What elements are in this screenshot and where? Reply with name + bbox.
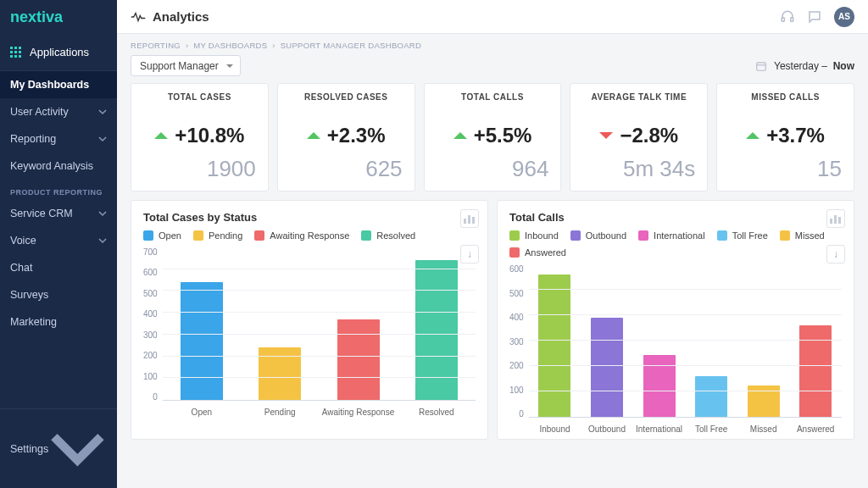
- chat-icon[interactable]: [807, 9, 822, 25]
- kpi-change: +3.7%: [766, 124, 825, 147]
- kpi-change: +2.3%: [327, 124, 386, 147]
- sidebar-item-voice[interactable]: Voice: [0, 227, 117, 254]
- x-axis: OpenPendingAwaiting ResponseResolved: [163, 401, 476, 417]
- kpi-label: TOTAL CASES: [143, 92, 256, 102]
- brand-logo[interactable]: nextiva: [0, 0, 117, 34]
- user-avatar[interactable]: AS: [834, 7, 854, 27]
- kpi-value: 5m 34s: [582, 156, 695, 182]
- bar[interactable]: [181, 282, 223, 400]
- legend-item[interactable]: Answered: [509, 247, 566, 258]
- date-range-picker[interactable]: Yesterday – Now: [755, 60, 854, 72]
- chart-title: Total Cases by Status: [143, 211, 476, 224]
- headset-icon[interactable]: [780, 9, 795, 25]
- chart-body: 7006005004003002001000 OpenPendingAwaiti…: [143, 247, 476, 417]
- applications-menu[interactable]: Applications: [0, 34, 117, 71]
- y-axis: 6005004003002001000: [509, 264, 529, 434]
- kpi-card[interactable]: TOTAL CALLS+5.5%964: [424, 83, 562, 191]
- toolbar: Support Manager Yesterday – Now: [117, 55, 868, 83]
- trend-down-icon: [599, 132, 613, 139]
- legend-item[interactable]: Resolved: [361, 230, 415, 241]
- dashboard-select[interactable]: Support Manager: [131, 55, 241, 76]
- breadcrumb: REPORTING › MY DASHBOARDS › SUPPORT MANA…: [117, 34, 868, 55]
- kpi-label: RESOLVED CASES: [290, 92, 403, 102]
- chart-body: 6005004003002001000 InboundOutboundInter…: [509, 264, 842, 434]
- legend-item[interactable]: Open: [143, 230, 181, 241]
- applications-label: Applications: [30, 46, 89, 58]
- kpi-value: 964: [437, 156, 549, 182]
- kpi-change: −2.8%: [620, 124, 678, 147]
- analytics-icon: [131, 11, 146, 23]
- chart-plot: [163, 247, 476, 401]
- page-title: Analytics: [153, 9, 209, 24]
- kpi-card[interactable]: RESOLVED CASES+2.3%625: [277, 83, 415, 191]
- settings-label: Settings: [10, 443, 48, 455]
- calendar-icon: [755, 60, 767, 72]
- kpi-change: +10.8%: [175, 124, 244, 147]
- kpi-change: +5.5%: [474, 124, 532, 147]
- sidebar-item-service-crm[interactable]: Service CRM: [0, 200, 117, 227]
- trend-up-icon: [154, 132, 168, 139]
- bar[interactable]: [643, 355, 676, 418]
- legend-item[interactable]: Inbound: [509, 230, 559, 241]
- legend-item[interactable]: Awaiting Response: [254, 230, 349, 241]
- legend-item[interactable]: Outbound: [570, 230, 626, 241]
- chart-title: Total Calls: [509, 211, 842, 224]
- legend-item[interactable]: International: [638, 230, 705, 241]
- sidebar-item-my-dashboards[interactable]: My Dashboards: [0, 71, 117, 98]
- chart-legend: InboundOutboundInternationalToll FreeMis…: [509, 230, 842, 258]
- topbar: Analytics AS: [117, 0, 868, 34]
- svg-rect-0: [782, 17, 784, 21]
- trend-up-icon: [307, 132, 320, 139]
- y-axis: 7006005004003002001000: [143, 247, 163, 417]
- bar[interactable]: [695, 376, 727, 417]
- kpi-card[interactable]: MISSED CALLS+3.7%15: [716, 83, 854, 191]
- sidebar: nextiva Applications My DashboardsUser A…: [0, 0, 117, 488]
- bar[interactable]: [538, 274, 570, 417]
- chart-type-icon[interactable]: [460, 209, 479, 228]
- chart-legend: OpenPendingAwaiting ResponseResolved: [143, 230, 476, 241]
- sidebar-item-user-activity[interactable]: User Activity: [0, 98, 117, 125]
- page-title-wrap: Analytics: [131, 9, 209, 24]
- kpi-value: 625: [290, 156, 403, 182]
- kpi-label: AVERAGE TALK TIME: [582, 92, 695, 102]
- main-area: Analytics AS REPORTING › MY DASHBOARDS ›…: [117, 0, 868, 488]
- kpi-row: TOTAL CASES+10.8%1900RESOLVED CASES+2.3%…: [117, 83, 868, 191]
- kpi-value: 15: [729, 156, 842, 182]
- chevron-down-icon: [48, 419, 107, 478]
- kpi-card[interactable]: AVERAGE TALK TIME−2.8%5m 34s: [570, 83, 708, 191]
- sidebar-nav: My DashboardsUser ActivityReportingKeywo…: [0, 71, 117, 408]
- bar[interactable]: [415, 260, 458, 400]
- bar[interactable]: [337, 319, 380, 400]
- x-axis: InboundOutboundInternationalToll FreeMis…: [529, 418, 842, 434]
- sidebar-item-keyword-analysis[interactable]: Keyword Analysis: [0, 152, 117, 180]
- trend-up-icon: [746, 132, 760, 139]
- product-reporting-label: PRODUCT REPORTING: [0, 180, 117, 200]
- sidebar-item-surveys[interactable]: Surveys: [0, 281, 117, 308]
- download-icon[interactable]: ↓: [826, 245, 845, 263]
- legend-item[interactable]: Missed: [780, 230, 825, 241]
- sidebar-item-reporting[interactable]: Reporting: [0, 125, 117, 152]
- svg-rect-1: [791, 17, 793, 21]
- trend-up-icon: [453, 132, 467, 139]
- bar[interactable]: [591, 318, 623, 417]
- sidebar-settings[interactable]: Settings: [0, 408, 117, 488]
- sidebar-item-marketing[interactable]: Marketing: [0, 308, 117, 336]
- chart-plot: [529, 264, 842, 418]
- kpi-label: TOTAL CALLS: [437, 92, 549, 102]
- charts-row: ↓ Total Cases by Status OpenPendingAwait…: [117, 191, 868, 440]
- legend-item[interactable]: Toll Free: [717, 230, 768, 241]
- chart-card-cases: ↓ Total Cases by Status OpenPendingAwait…: [131, 200, 488, 440]
- sidebar-item-chat[interactable]: Chat: [0, 254, 117, 281]
- legend-item[interactable]: Pending: [193, 230, 242, 241]
- kpi-value: 1900: [143, 156, 256, 182]
- chart-card-calls: ↓ Total Calls InboundOutboundInternation…: [497, 200, 854, 440]
- kpi-card[interactable]: TOTAL CASES+10.8%1900: [131, 83, 269, 191]
- apps-grid-icon: [10, 47, 21, 58]
- kpi-label: MISSED CALLS: [729, 92, 842, 102]
- chart-type-icon[interactable]: [826, 209, 845, 228]
- svg-rect-2: [757, 62, 766, 69]
